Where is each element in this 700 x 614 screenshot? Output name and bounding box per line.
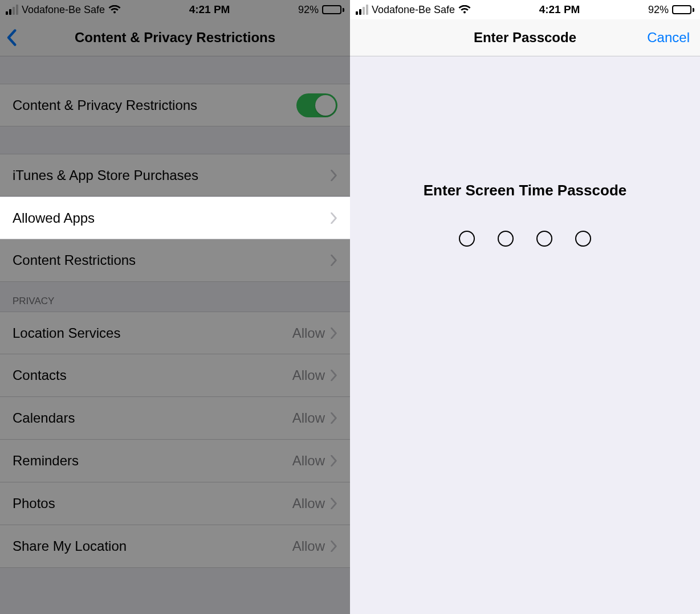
- nav-bar: Content & Privacy Restrictions: [0, 19, 350, 56]
- allowed-apps-row[interactable]: Allowed Apps: [0, 197, 350, 239]
- passcode-dots[interactable]: [350, 231, 700, 247]
- carrier-label: Vodafone-Be Safe: [372, 4, 455, 16]
- chevron-right-icon: [331, 412, 337, 424]
- passcode-dot: [459, 231, 475, 247]
- passcode-dot: [498, 231, 514, 247]
- wifi-icon: [108, 5, 121, 14]
- battery-percent: 92%: [648, 4, 669, 16]
- passcode-prompt: Enter Screen Time Passcode: [350, 182, 700, 199]
- chevron-right-icon: [331, 255, 337, 266]
- left-screenshot: Vodafone-Be Safe 4:21 PM 92% Content & P…: [0, 0, 350, 614]
- carrier-label: Vodafone-Be Safe: [22, 4, 105, 16]
- content-privacy-toggle-row[interactable]: Content & Privacy Restrictions: [0, 84, 350, 126]
- nav-bar: Enter Passcode Cancel: [350, 19, 700, 56]
- status-bar: Vodafone-Be Safe 4:21 PM 92%: [350, 0, 700, 19]
- nav-title: Content & Privacy Restrictions: [75, 30, 275, 46]
- photos-row[interactable]: Photos Allow: [0, 482, 350, 525]
- passcode-area: Enter Screen Time Passcode: [350, 56, 700, 247]
- chevron-right-icon: [331, 328, 337, 339]
- row-label: Allowed Apps: [13, 210, 95, 226]
- back-button[interactable]: [6, 29, 17, 46]
- passcode-dot: [536, 231, 552, 247]
- status-time: 4:21 PM: [539, 3, 580, 16]
- chevron-right-icon: [331, 541, 337, 552]
- contacts-row[interactable]: Contacts Allow: [0, 354, 350, 397]
- right-screenshot: Vodafone-Be Safe 4:21 PM 92% Enter Passc…: [350, 0, 700, 614]
- row-label: iTunes & App Store Purchases: [13, 167, 198, 183]
- battery-icon: [322, 5, 344, 14]
- itunes-purchases-row[interactable]: iTunes & App Store Purchases: [0, 154, 350, 197]
- share-my-location-row[interactable]: Share My Location Allow: [0, 525, 350, 568]
- content-restrictions-row[interactable]: Content Restrictions: [0, 239, 350, 282]
- cancel-button[interactable]: Cancel: [647, 30, 690, 46]
- reminders-row[interactable]: Reminders Allow: [0, 440, 350, 482]
- calendars-row[interactable]: Calendars Allow: [0, 397, 350, 440]
- wifi-icon: [458, 5, 471, 14]
- chevron-right-icon: [331, 170, 337, 181]
- status-time: 4:21 PM: [189, 3, 230, 16]
- row-label: Content Restrictions: [13, 252, 136, 268]
- chevron-right-icon: [331, 498, 337, 509]
- chevron-right-icon: [331, 212, 337, 224]
- nav-title: Enter Passcode: [474, 30, 576, 46]
- battery-icon: [672, 5, 694, 14]
- signal-icon: [356, 5, 368, 15]
- status-bar: Vodafone-Be Safe 4:21 PM 92%: [0, 0, 350, 19]
- chevron-right-icon: [331, 455, 337, 466]
- content-privacy-toggle[interactable]: [296, 93, 337, 117]
- chevron-right-icon: [331, 370, 337, 381]
- battery-percent: 92%: [298, 4, 319, 16]
- privacy-section-header: Privacy: [0, 282, 350, 312]
- location-services-row[interactable]: Location Services Allow: [0, 312, 350, 354]
- toggle-label: Content & Privacy Restrictions: [13, 97, 197, 113]
- signal-icon: [6, 5, 18, 15]
- passcode-dot: [575, 231, 591, 247]
